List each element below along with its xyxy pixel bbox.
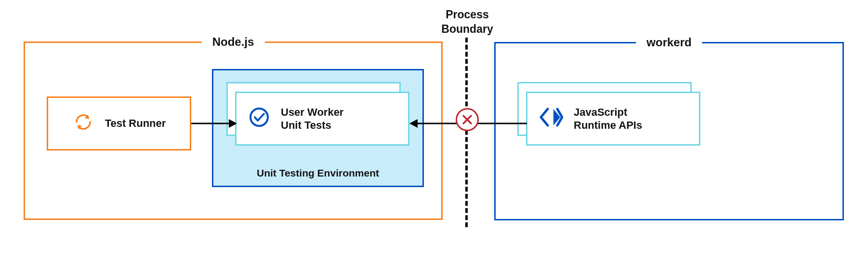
arrow-testrunner-to-unittests bbox=[191, 118, 237, 129]
process-boundary-line2: Boundary bbox=[414, 22, 520, 37]
unit-tests-stack: User Worker Unit Tests bbox=[226, 82, 409, 154]
svg-point-0 bbox=[250, 109, 268, 126]
runtime-apis-text: JavaScript Runtime APIs bbox=[574, 106, 642, 132]
blocked-icon bbox=[456, 108, 479, 131]
runtime-apis-line1: JavaScript bbox=[574, 106, 642, 119]
nodejs-label: Node.js bbox=[202, 35, 265, 49]
unit-testing-environment-label: Unit Testing Environment bbox=[213, 167, 422, 179]
test-runner-box: Test Runner bbox=[47, 96, 191, 150]
workerd-label: workerd bbox=[636, 36, 702, 49]
process-boundary-line1: Process bbox=[414, 8, 520, 22]
unit-tests-line2: Unit Tests bbox=[281, 119, 343, 132]
check-circle-icon bbox=[248, 106, 270, 132]
process-boundary-label: Process Boundary bbox=[414, 8, 520, 37]
test-runner-label: Test Runner bbox=[105, 117, 166, 130]
unit-tests-line1: User Worker bbox=[281, 106, 343, 119]
diagram-canvas: Process Boundary Node.js workerd Test Ru… bbox=[0, 0, 868, 272]
chevrons-icon bbox=[539, 106, 563, 132]
runtime-apis-line2: Runtime APIs bbox=[574, 119, 642, 132]
unit-tests-text: User Worker Unit Tests bbox=[281, 106, 343, 132]
unit-tests-card-front: User Worker Unit Tests bbox=[235, 92, 409, 146]
process-boundary-line bbox=[465, 38, 468, 227]
refresh-icon bbox=[72, 111, 94, 136]
runtime-apis-card-front: JavaScript Runtime APIs bbox=[526, 92, 700, 146]
runtime-apis-stack: JavaScript Runtime APIs bbox=[517, 82, 700, 154]
